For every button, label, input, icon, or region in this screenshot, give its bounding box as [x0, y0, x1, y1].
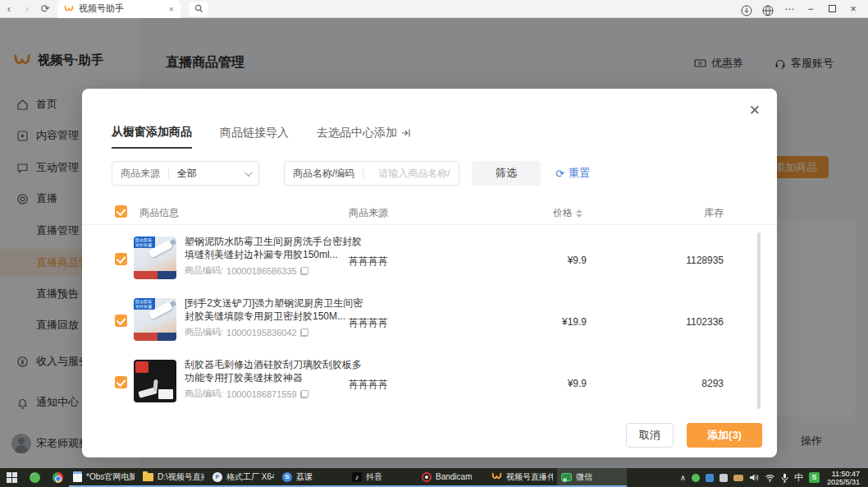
- product-stock: 8293: [648, 378, 724, 389]
- chevron-down-icon: [244, 168, 253, 177]
- copy-icon[interactable]: [300, 328, 308, 337]
- channels-logo-icon: [64, 5, 74, 13]
- reset-button[interactable]: ⟳ 重置: [555, 166, 590, 181]
- network-icon[interactable]: [765, 474, 775, 482]
- formatfactory-icon: F: [212, 472, 222, 482]
- confirm-add-button[interactable]: 添加(3): [687, 423, 762, 448]
- window-minimize-icon[interactable]: −: [802, 0, 819, 18]
- row-checkbox[interactable]: [115, 376, 127, 388]
- product-thumbnail: [134, 360, 176, 402]
- taskbar-app-wechat-window[interactable]: 微信: [557, 468, 627, 487]
- browser-controls: ⋯ − ×: [738, 0, 868, 18]
- product-thumbnail: 防水防霉密封补漏: [134, 237, 176, 279]
- window-restore-icon[interactable]: [824, 0, 840, 18]
- browser-menu-icon[interactable]: ⋯: [781, 0, 797, 18]
- notepad-icon: [73, 471, 82, 482]
- product-price: ¥19.9: [517, 316, 587, 328]
- globe-icon[interactable]: [760, 2, 776, 16]
- dialog-close-icon[interactable]: ✕: [749, 103, 761, 117]
- copy-icon[interactable]: [300, 390, 308, 398]
- bandicam-icon: [422, 472, 432, 482]
- channels-logo-icon: [491, 472, 502, 481]
- taskbar-clock[interactable]: 11:50:47 2025/5/31: [825, 470, 865, 486]
- taskbar-chrome-icon[interactable]: [46, 468, 69, 487]
- taskbar-app-channels-live[interactable]: 视频号直播伴侣: [487, 468, 557, 487]
- product-stock: 1128935: [648, 255, 724, 266]
- browser-chrome: ‹ › ⟳ 视频号助手 × ⋯ − ×: [0, 0, 868, 18]
- volume-icon[interactable]: [749, 473, 759, 482]
- tray-blue-app-icon[interactable]: [706, 474, 714, 482]
- tray-avatar-icon[interactable]: [720, 474, 728, 482]
- wechat-screen-icon: [561, 473, 572, 481]
- product-source-value: 全部: [177, 167, 244, 181]
- copy-icon[interactable]: [300, 267, 308, 275]
- product-source-select[interactable]: 商品来源 全部: [112, 161, 259, 186]
- browser-refresh-icon[interactable]: ⟳: [36, 0, 54, 18]
- window-close-icon[interactable]: ×: [845, 0, 861, 18]
- product-source: 苒苒苒苒: [349, 316, 388, 330]
- column-product-info: 商品信息: [139, 206, 179, 220]
- product-code: 商品编码:10000195836042: [185, 326, 363, 338]
- taskbar-app-obs-notes[interactable]: *Obs官网电脑...: [69, 468, 139, 487]
- browser-forward-icon[interactable]: ›: [18, 0, 36, 18]
- external-link-icon: [401, 128, 411, 138]
- tray-card-icon[interactable]: [733, 475, 743, 481]
- product-stock: 1102336: [648, 316, 724, 328]
- refresh-icon: ⟳: [555, 168, 564, 180]
- product-title: [到手2支送铲刀]强力塑钢泥厨房卫生间密封胶美缝填隙专用厨卫密封胶150M...: [185, 296, 363, 323]
- product-thumbnail: 防水防霉密封补漏: [134, 298, 176, 341]
- product-source: 苒苒苒苒: [349, 255, 388, 269]
- dialog-footer: 取消 添加(3): [626, 423, 762, 448]
- product-price: ¥9.9: [517, 378, 587, 389]
- tray-green-s-icon[interactable]: S: [809, 472, 820, 483]
- microphone-icon[interactable]: [781, 473, 788, 483]
- download-icon[interactable]: [738, 2, 755, 16]
- column-stock: 库存: [648, 206, 724, 220]
- douyin-icon: ♪: [352, 472, 362, 482]
- taskbar-app-like[interactable]: S 荔课: [278, 468, 348, 487]
- tray-wechat-icon[interactable]: [692, 474, 700, 482]
- browser-back-icon[interactable]: ‹: [0, 0, 18, 18]
- product-code: 商品编码:10000186586335: [185, 264, 363, 277]
- table-row: 刮胶器毛刺修边酒硅胶刮刀璃胶刮胶板多功能专用打胶美缝抹胶神器 商品编码:1000…: [82, 353, 777, 415]
- row-checkbox[interactable]: [115, 315, 127, 327]
- cancel-button[interactable]: 取消: [626, 423, 674, 448]
- taskbar-app-douyin[interactable]: ♪ 抖音: [348, 468, 418, 487]
- tab-selection-center[interactable]: 去选品中心添加: [317, 125, 411, 149]
- product-title: 刮胶器毛刺修边酒硅胶刮刀璃胶刮胶板多功能专用打胶美缝抹胶神器: [185, 358, 363, 384]
- taskbar-wechat-icon[interactable]: [23, 468, 46, 487]
- search-icon: [194, 4, 203, 13]
- product-price: ¥9.9: [517, 255, 587, 266]
- tray-expand-icon[interactable]: ∧: [680, 468, 686, 487]
- product-name-input[interactable]: [378, 168, 450, 179]
- windows-start-button[interactable]: [0, 468, 23, 487]
- tab-close-icon[interactable]: ×: [169, 4, 174, 14]
- table-row: 防水防霉密封补漏 [到手2支送铲刀]强力塑钢泥厨房卫生间密封胶美缝填隙专用厨卫密…: [82, 292, 777, 353]
- column-price: 价格: [513, 206, 582, 220]
- tab-add-from-showcase[interactable]: 从橱窗添加商品: [112, 125, 192, 149]
- clock-time: 11:50:47: [827, 470, 860, 478]
- dialog-scrollbar[interactable]: [757, 232, 761, 409]
- add-products-dialog: ✕ 从橱窗添加商品 商品链接导入 去选品中心添加 商品来源 全部 商品名称/编码…: [82, 89, 777, 457]
- row-checkbox[interactable]: [115, 253, 127, 265]
- browser-tab-title: 视频号助手: [79, 2, 164, 15]
- taskbar-app-bandicam[interactable]: Bandicam: [418, 468, 487, 487]
- product-title: 塑钢泥防水防霉卫生间厨房洗手台密封胶填缝剂美缝封边补漏专用胶150ml...: [185, 235, 363, 261]
- browser-tab[interactable]: 视频号助手 ×: [57, 0, 180, 18]
- dialog-tabs: 从橱窗添加商品 商品链接导入 去选品中心添加: [112, 125, 411, 149]
- product-name-field: 商品名称/编码: [284, 161, 459, 186]
- table-row: 防水防霉密封补漏 塑钢泥防水防霉卫生间厨房洗手台密封胶填缝剂美缝封边补漏专用胶1…: [82, 230, 777, 292]
- taskbar: *Obs官网电脑... D:\视频号直播... F 格式工厂 X64 ... S…: [0, 468, 868, 487]
- taskbar-app-formatfactory[interactable]: F 格式工厂 X64 ...: [208, 468, 278, 487]
- sort-icon[interactable]: [576, 209, 582, 218]
- screen: ‹ › ⟳ 视频号助手 × ⋯ − ×: [0, 0, 868, 487]
- column-product-source: 商品来源: [349, 206, 388, 220]
- browser-search-button[interactable]: [189, 2, 208, 16]
- taskbar-app-folder[interactable]: D:\视频号直播...: [139, 468, 208, 487]
- folder-icon: [143, 473, 153, 481]
- filter-bar: 商品来源 全部 商品名称/编码 筛选 ⟳ 重置: [112, 161, 590, 186]
- select-all-checkbox[interactable]: [115, 205, 127, 218]
- tab-import-by-link[interactable]: 商品链接导入: [220, 125, 289, 149]
- input-method-indicator[interactable]: 中: [794, 468, 803, 487]
- filter-button[interactable]: 筛选: [472, 161, 541, 186]
